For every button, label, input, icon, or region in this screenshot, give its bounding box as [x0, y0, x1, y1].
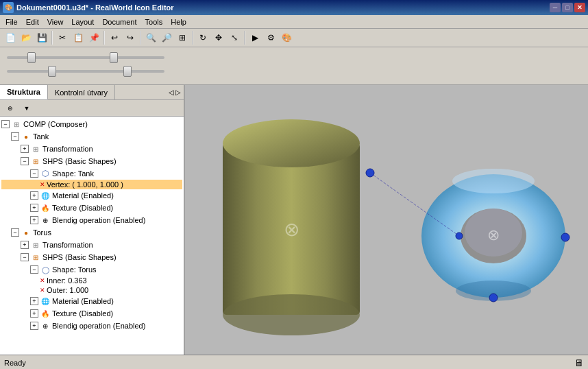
- slider-thumb-4[interactable]: [123, 66, 132, 77]
- inner-x-icon: ✕: [40, 277, 45, 284]
- tree-node-torus-texture[interactable]: + 🔥 Texture (Disabled): [1, 307, 182, 320]
- blend-icon: ⊕: [40, 215, 51, 226]
- menu-layout[interactable]: Layout: [67, 16, 98, 27]
- expand-torus-transform[interactable]: +: [21, 241, 29, 249]
- tree-node-tank-transform[interactable]: + ⊞ Transformation: [1, 143, 182, 155]
- tank-vertex-label: Vertex: ( 1.000, 1.000 ): [47, 180, 123, 189]
- rotate-icon[interactable]: ↻: [195, 30, 210, 45]
- viewport-svg: ⊗ ⊗: [185, 85, 588, 355]
- expand-torus-material[interactable]: +: [30, 297, 38, 305]
- expand-tank-shape[interactable]: −: [30, 169, 38, 178]
- cut-icon[interactable]: ✂: [55, 30, 70, 45]
- tree-node-tank-material[interactable]: + 🌐 Material (Enabled): [1, 189, 182, 202]
- tree-node-torus[interactable]: − ● Torus: [1, 226, 182, 239]
- copy-icon[interactable]: 📋: [71, 30, 86, 45]
- menu-tools[interactable]: Tools: [141, 16, 167, 27]
- tree-node-torus-blend[interactable]: + ⊕ Blendig operation (Enabled): [1, 320, 182, 332]
- tree-node-comp[interactable]: − ⊞ COMP (Composer): [1, 118, 182, 130]
- tree-node-torus-inner[interactable]: ✕ Inner: 0.363: [1, 276, 182, 285]
- viewport[interactable]: ⊗ ⊗: [185, 85, 588, 355]
- window-controls: ─ □ ✕: [550, 3, 585, 12]
- menu-edit[interactable]: Edit: [22, 16, 43, 27]
- expand-torus-texture[interactable]: +: [30, 309, 38, 318]
- slider-thumb-3[interactable]: [48, 66, 56, 77]
- menu-view[interactable]: View: [43, 16, 68, 27]
- color-icon[interactable]: 🎨: [279, 30, 294, 45]
- torus-material-icon: 🌐: [40, 296, 51, 307]
- svg-point-16: [456, 233, 463, 239]
- transform-icon: ⊞: [30, 143, 41, 154]
- expand-torus-blend[interactable]: +: [30, 322, 38, 330]
- tree-node-tank-shape[interactable]: − ⬡ Shape: Tank: [1, 167, 182, 180]
- status-bar: Ready 🖥: [0, 355, 588, 369]
- fit-icon[interactable]: ⊞: [175, 30, 190, 45]
- torus-shps-label: SHPS (Basic Shapes): [42, 253, 117, 261]
- tree-node-tank[interactable]: − ● Tank: [1, 130, 182, 143]
- torus-label: Torus: [33, 228, 51, 237]
- tree-node-torus-transform[interactable]: + ⊞ Transformation: [1, 239, 182, 251]
- expand-tank[interactable]: −: [11, 132, 19, 141]
- expand-tank-transform[interactable]: +: [21, 145, 29, 153]
- tree-add-icon[interactable]: ⊕: [3, 101, 18, 116]
- tree-node-tank-texture[interactable]: + 🔥 Texture (Disabled): [1, 202, 182, 214]
- settings-icon[interactable]: ⚙: [263, 30, 278, 45]
- tank-transform-label: Transformation: [42, 145, 93, 153]
- new-icon[interactable]: 📄: [3, 30, 18, 45]
- tree-node-tank-blend[interactable]: + ⊕ Blendig operation (Enabled): [1, 214, 182, 226]
- torus-shape-icon: ◯: [40, 264, 51, 275]
- tree-node-tank-shps[interactable]: − ⊞ SHPS (Basic Shapes): [1, 155, 182, 167]
- tree-area[interactable]: − ⊞ COMP (Composer) − ● Tank + ⊞ Transfo…: [0, 117, 184, 355]
- move-icon[interactable]: ✥: [211, 30, 226, 45]
- maximize-button[interactable]: □: [562, 3, 573, 12]
- zoom-in-icon[interactable]: 🔍: [143, 30, 158, 45]
- outer-x-icon: ✕: [40, 287, 45, 294]
- tree-node-torus-shape[interactable]: − ◯ Shape: Torus: [1, 263, 182, 276]
- zoom-out-icon[interactable]: 🔎: [159, 30, 174, 45]
- slider-thumb-1[interactable]: [27, 52, 36, 63]
- save-icon[interactable]: 💾: [34, 30, 49, 45]
- toolbar-row-1: 📄 📂 💾 ✂ 📋 📌 ↩ ↪ 🔍 🔎 ⊞ ↻ ✥ ⤡ ▶ ⚙ 🎨: [0, 29, 588, 47]
- tank-shape-label: Shape: Tank: [52, 169, 94, 178]
- torus-texture-label: Texture (Disabled): [52, 309, 113, 318]
- sep5: [244, 31, 245, 45]
- tab-kontrolni[interactable]: Kontrolní útvary: [48, 85, 115, 99]
- torus-transform-label: Transformation: [42, 241, 93, 249]
- scale-icon[interactable]: ⤡: [227, 30, 242, 45]
- torus-shape-label: Shape: Torus: [52, 265, 97, 274]
- expand-comp[interactable]: −: [1, 120, 10, 128]
- arrow-left-icon[interactable]: ◁: [169, 88, 174, 96]
- menu-file[interactable]: File: [1, 16, 22, 27]
- expand-tank-shps[interactable]: −: [21, 157, 29, 165]
- tank-blend-label: Blendig operation (Enabled): [52, 216, 145, 224]
- tab-struktura[interactable]: Struktura: [0, 85, 48, 99]
- tree-node-torus-outer[interactable]: ✕ Outer: 1.000: [1, 285, 182, 295]
- tree-node-torus-material[interactable]: + 🌐 Material (Enabled): [1, 295, 182, 307]
- tree-node-torus-shps[interactable]: − ⊞ SHPS (Basic Shapes): [1, 251, 182, 263]
- slider-thumb-2[interactable]: [110, 52, 118, 63]
- sep1: [51, 31, 53, 45]
- status-bar-right: 🖥: [574, 357, 584, 368]
- paste-icon[interactable]: 📌: [86, 30, 101, 45]
- torus-blend-icon: ⊕: [40, 320, 51, 331]
- tank-material-label: Material (Enabled): [52, 191, 114, 200]
- tree-node-tank-vertex[interactable]: ✕ Vertex: ( 1.000, 1.000 ): [1, 180, 182, 189]
- menu-help[interactable]: Help: [167, 16, 191, 27]
- expand-tank-material[interactable]: +: [30, 191, 38, 200]
- tree-filter-icon[interactable]: ▼: [19, 101, 34, 116]
- close-button[interactable]: ✕: [574, 3, 585, 12]
- open-icon[interactable]: 📂: [19, 30, 34, 45]
- minimize-button[interactable]: ─: [550, 3, 561, 12]
- undo-icon[interactable]: ↩: [107, 30, 122, 45]
- expand-torus-shps[interactable]: −: [21, 253, 29, 261]
- expand-tank-blend[interactable]: +: [30, 216, 38, 224]
- menu-document[interactable]: Document: [98, 16, 140, 27]
- render-icon[interactable]: ▶: [247, 30, 262, 45]
- redo-icon[interactable]: ↪: [123, 30, 138, 45]
- svg-point-8: [452, 169, 535, 193]
- expand-torus[interactable]: −: [11, 228, 19, 237]
- toolbar-area: 📄 📂 💾 ✂ 📋 📌 ↩ ↪ 🔍 🔎 ⊞ ↻ ✥ ⤡ ▶ ⚙ 🎨: [0, 29, 588, 47]
- material-icon: 🌐: [40, 190, 51, 201]
- arrow-right-icon[interactable]: ▷: [175, 88, 181, 96]
- expand-torus-shape[interactable]: −: [30, 265, 38, 274]
- expand-tank-texture[interactable]: +: [30, 204, 38, 212]
